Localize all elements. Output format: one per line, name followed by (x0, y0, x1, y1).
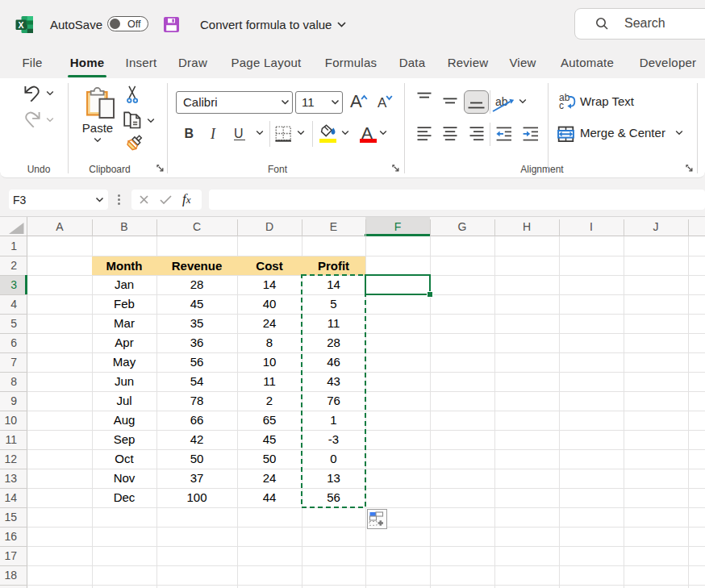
svg-text:X: X (18, 20, 23, 30)
